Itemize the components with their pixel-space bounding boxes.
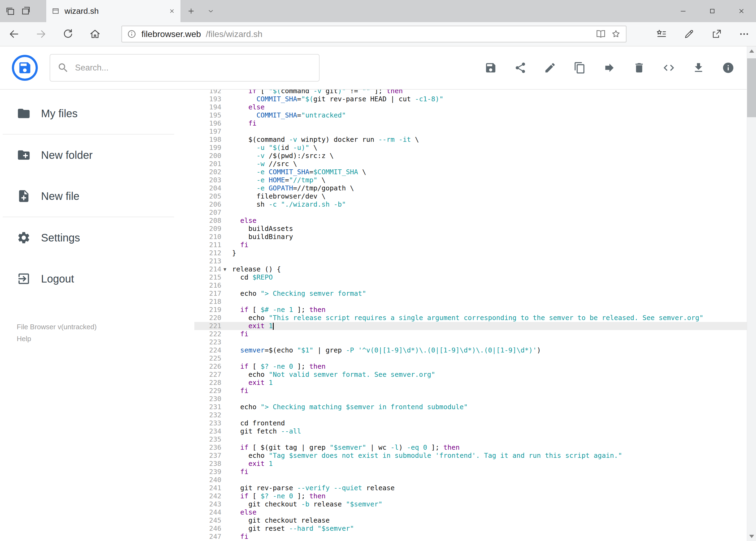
new-tab-button[interactable] bbox=[181, 0, 201, 22]
forward-button[interactable] bbox=[34, 26, 49, 42]
scrollbar-thumb[interactable] bbox=[747, 58, 756, 117]
code-line[interactable]: 196 fi bbox=[194, 119, 747, 128]
delete-button[interactable] bbox=[633, 62, 645, 74]
tab-preview-chevron-button[interactable] bbox=[201, 0, 220, 22]
code-line[interactable]: 218 bbox=[194, 297, 747, 306]
tab-close-button[interactable] bbox=[169, 8, 175, 14]
share-button[interactable] bbox=[514, 62, 527, 74]
move-button[interactable] bbox=[603, 62, 616, 74]
code-line[interactable]: 214▾release () { bbox=[194, 265, 747, 273]
help-link[interactable]: Help bbox=[17, 333, 194, 345]
code-line[interactable]: 236 if [ $(git tag | grep "$semver" | wc… bbox=[194, 443, 747, 452]
maximize-button[interactable] bbox=[698, 0, 727, 22]
code-line[interactable]: 215 cd $REPO bbox=[194, 273, 747, 281]
annotate-pen-button[interactable] bbox=[681, 26, 697, 42]
code-line[interactable]: 200 -v /$(pwd):/src:z \ bbox=[194, 152, 747, 160]
search-input[interactable] bbox=[75, 63, 312, 73]
set-tabs-aside-button[interactable] bbox=[4, 3, 16, 19]
code-line[interactable]: 234 git fetch --all bbox=[194, 427, 747, 435]
code-line[interactable]: 224 semver=$(echo "$1" | grep -P '^v(0|[… bbox=[194, 346, 747, 354]
address-bar[interactable]: filebrowser.web/files/wizard.sh bbox=[122, 26, 627, 42]
home-button[interactable] bbox=[88, 26, 103, 42]
code-line[interactable]: 192 if [ "$(command -v git)" != "" ]; th… bbox=[194, 90, 747, 95]
back-button[interactable] bbox=[6, 26, 22, 42]
code-line[interactable]: 205 filebrowser/dev \ bbox=[194, 192, 747, 201]
code-line[interactable]: 193 COMMIT_SHA="$(git rev-parse HEAD | c… bbox=[194, 95, 747, 103]
code-line[interactable]: 230 bbox=[194, 395, 747, 403]
code-line[interactable]: 238 exit 1 bbox=[194, 460, 747, 468]
scrollbar-up-arrow[interactable] bbox=[747, 46, 756, 56]
code-line[interactable]: 245 git checkout release bbox=[194, 516, 747, 525]
code-line[interactable]: 240 bbox=[194, 476, 747, 484]
favorite-star-button[interactable] bbox=[611, 29, 621, 39]
share-page-button[interactable] bbox=[709, 26, 724, 42]
code-line[interactable]: 227 echo "Not valid semver format. See s… bbox=[194, 370, 747, 379]
code-line[interactable]: 241 git rev-parse --verify --quiet relea… bbox=[194, 484, 747, 492]
code-line[interactable]: 206 sh -c "./wizard.sh -b" bbox=[194, 201, 747, 209]
code-line[interactable]: 197 bbox=[194, 128, 747, 136]
tabs-preview-button[interactable] bbox=[20, 3, 32, 19]
download-button[interactable] bbox=[692, 62, 705, 74]
code-line[interactable]: 226 if [ $? -ne 0 ]; then bbox=[194, 362, 747, 370]
sidebar-item-settings[interactable]: Settings bbox=[0, 217, 194, 258]
code-line[interactable]: 219 if [ $# -ne 1 ]; then bbox=[194, 306, 747, 314]
code-line[interactable]: 237 echo "Tag $semver does not exist in … bbox=[194, 452, 747, 460]
code-line[interactable]: 199 -u "$(id -u)" \ bbox=[194, 144, 747, 152]
page-scrollbar[interactable] bbox=[747, 46, 756, 541]
code-line[interactable]: 216 bbox=[194, 281, 747, 289]
code-line[interactable]: 223 bbox=[194, 338, 747, 346]
raw-view-button[interactable] bbox=[662, 62, 675, 74]
code-line[interactable]: 194 else bbox=[194, 103, 747, 111]
code-editor[interactable]: 192 if [ "$(command -v git)" != "" ]; th… bbox=[194, 90, 747, 541]
more-options-button[interactable] bbox=[737, 26, 752, 42]
copy-button[interactable] bbox=[574, 62, 586, 74]
code-line[interactable]: 221 exit 1 bbox=[194, 322, 747, 330]
code-line[interactable]: 217 echo "> Checking semver format" bbox=[194, 289, 747, 297]
rename-button[interactable] bbox=[544, 62, 556, 74]
fold-arrow-icon[interactable]: ▾ bbox=[223, 265, 226, 273]
code-line[interactable]: 242 if [ $? -ne 0 ]; then bbox=[194, 492, 747, 500]
code-line[interactable]: 233 cd frontend bbox=[194, 419, 747, 427]
code-line[interactable]: 239 fi bbox=[194, 468, 747, 476]
code-line[interactable]: 203 -e HOME="//tmp" \ bbox=[194, 176, 747, 184]
hub-favorites-button[interactable] bbox=[654, 26, 669, 42]
sidebar-item-new-file[interactable]: New file bbox=[0, 176, 194, 217]
code-line[interactable]: 246 git reset --hard "$semver" bbox=[194, 525, 747, 533]
code-line[interactable]: 210 buildBinary bbox=[194, 233, 747, 241]
code-line[interactable]: 232 bbox=[194, 411, 747, 419]
code-line[interactable]: 212} bbox=[194, 249, 747, 257]
code-line[interactable]: 204 -e GOPATH=//tmp/gopath \ bbox=[194, 184, 747, 192]
sidebar-item-logout[interactable]: Logout bbox=[0, 258, 194, 299]
refresh-button[interactable] bbox=[61, 26, 76, 42]
sidebar-item-my-files[interactable]: My files bbox=[0, 93, 194, 134]
code-line[interactable]: 220 echo "This release script requires a… bbox=[194, 314, 747, 322]
browser-tab[interactable]: wizard.sh bbox=[46, 0, 181, 22]
code-line[interactable]: 247 fi bbox=[194, 533, 747, 541]
scrollbar-down-arrow[interactable] bbox=[747, 532, 756, 541]
minimize-button[interactable] bbox=[668, 0, 698, 22]
code-line[interactable]: 207 bbox=[194, 209, 747, 217]
search-box[interactable] bbox=[50, 54, 320, 82]
code-line[interactable]: 208 else bbox=[194, 217, 747, 225]
code-line[interactable]: 243 git checkout -b release "$semver" bbox=[194, 500, 747, 508]
code-line[interactable]: 202 -e COMMIT_SHA=$COMMIT_SHA \ bbox=[194, 168, 747, 176]
site-info-icon[interactable] bbox=[127, 29, 136, 39]
info-button[interactable] bbox=[722, 62, 734, 74]
code-line[interactable]: 209 buildAssets bbox=[194, 225, 747, 233]
code-line[interactable]: 213 bbox=[194, 257, 747, 265]
code-line[interactable]: 195 COMMIT_SHA="untracked" bbox=[194, 111, 747, 119]
close-window-button[interactable] bbox=[727, 0, 756, 22]
code-line[interactable]: 211 fi bbox=[194, 241, 747, 249]
code-line[interactable]: 235 bbox=[194, 435, 747, 443]
reading-view-button[interactable] bbox=[596, 29, 606, 39]
code-line[interactable]: 222 fi bbox=[194, 330, 747, 338]
code-line[interactable]: 198 $(command -v winpty) docker run --rm… bbox=[194, 136, 747, 144]
code-line[interactable]: 244 else bbox=[194, 508, 747, 516]
code-line[interactable]: 228 exit 1 bbox=[194, 379, 747, 387]
code-line[interactable]: 225 bbox=[194, 354, 747, 362]
code-line[interactable]: 231 echo "> Checking matching $semver in… bbox=[194, 403, 747, 411]
save-button[interactable] bbox=[484, 62, 497, 74]
code-line[interactable]: 229 fi bbox=[194, 387, 747, 395]
sidebar-item-new-folder[interactable]: New folder bbox=[0, 135, 194, 176]
code-line[interactable]: 201 -w //src \ bbox=[194, 160, 747, 168]
